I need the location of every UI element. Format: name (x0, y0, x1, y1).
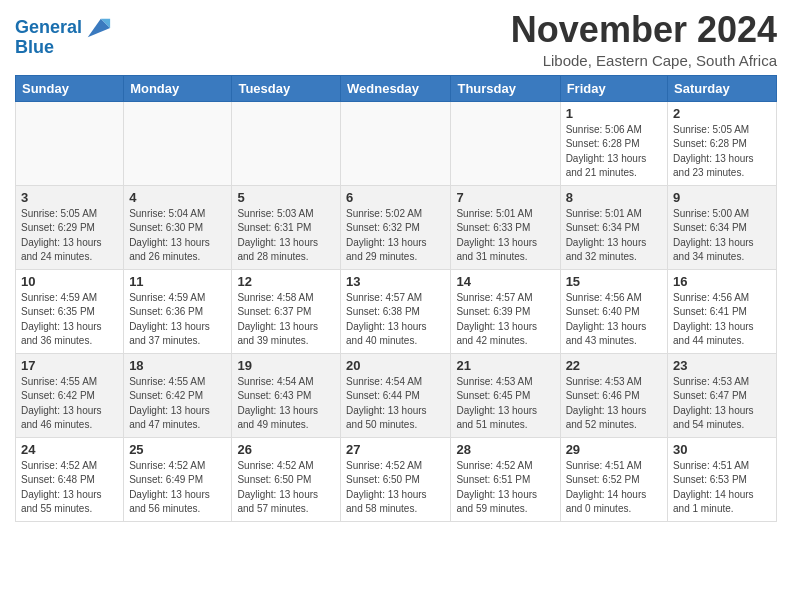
calendar-week-row: 24Sunrise: 4:52 AMSunset: 6:48 PMDayligh… (16, 437, 777, 521)
logo-text: General (15, 18, 82, 38)
calendar-cell: 12Sunrise: 4:58 AMSunset: 6:37 PMDayligh… (232, 269, 341, 353)
day-info: Sunrise: 5:06 AMSunset: 6:28 PMDaylight:… (566, 123, 662, 181)
header: General Blue November 2024 Libode, Easte… (15, 10, 777, 69)
calendar-cell: 24Sunrise: 4:52 AMSunset: 6:48 PMDayligh… (16, 437, 124, 521)
calendar-cell: 7Sunrise: 5:01 AMSunset: 6:33 PMDaylight… (451, 185, 560, 269)
col-thursday: Thursday (451, 75, 560, 101)
calendar-cell (451, 101, 560, 185)
day-info: Sunrise: 4:51 AMSunset: 6:53 PMDaylight:… (673, 459, 771, 517)
col-saturday: Saturday (668, 75, 777, 101)
day-info: Sunrise: 4:55 AMSunset: 6:42 PMDaylight:… (129, 375, 226, 433)
day-number: 19 (237, 358, 335, 373)
title-block: November 2024 Libode, Eastern Cape, Sout… (511, 10, 777, 69)
calendar-cell: 9Sunrise: 5:00 AMSunset: 6:34 PMDaylight… (668, 185, 777, 269)
day-number: 28 (456, 442, 554, 457)
col-friday: Friday (560, 75, 667, 101)
calendar-cell: 6Sunrise: 5:02 AMSunset: 6:32 PMDaylight… (341, 185, 451, 269)
day-number: 15 (566, 274, 662, 289)
day-number: 30 (673, 442, 771, 457)
calendar-cell: 22Sunrise: 4:53 AMSunset: 6:46 PMDayligh… (560, 353, 667, 437)
day-info: Sunrise: 4:52 AMSunset: 6:49 PMDaylight:… (129, 459, 226, 517)
day-info: Sunrise: 4:57 AMSunset: 6:39 PMDaylight:… (456, 291, 554, 349)
col-sunday: Sunday (16, 75, 124, 101)
page: General Blue November 2024 Libode, Easte… (0, 0, 792, 537)
calendar-cell: 25Sunrise: 4:52 AMSunset: 6:49 PMDayligh… (124, 437, 232, 521)
day-info: Sunrise: 4:59 AMSunset: 6:36 PMDaylight:… (129, 291, 226, 349)
calendar-cell: 27Sunrise: 4:52 AMSunset: 6:50 PMDayligh… (341, 437, 451, 521)
calendar-cell: 19Sunrise: 4:54 AMSunset: 6:43 PMDayligh… (232, 353, 341, 437)
day-info: Sunrise: 5:01 AMSunset: 6:34 PMDaylight:… (566, 207, 662, 265)
calendar-cell: 30Sunrise: 4:51 AMSunset: 6:53 PMDayligh… (668, 437, 777, 521)
day-number: 6 (346, 190, 445, 205)
calendar-cell: 3Sunrise: 5:05 AMSunset: 6:29 PMDaylight… (16, 185, 124, 269)
calendar-cell: 5Sunrise: 5:03 AMSunset: 6:31 PMDaylight… (232, 185, 341, 269)
day-info: Sunrise: 5:02 AMSunset: 6:32 PMDaylight:… (346, 207, 445, 265)
day-info: Sunrise: 4:56 AMSunset: 6:41 PMDaylight:… (673, 291, 771, 349)
calendar-week-row: 10Sunrise: 4:59 AMSunset: 6:35 PMDayligh… (16, 269, 777, 353)
calendar-cell: 26Sunrise: 4:52 AMSunset: 6:50 PMDayligh… (232, 437, 341, 521)
calendar-week-row: 1Sunrise: 5:06 AMSunset: 6:28 PMDaylight… (16, 101, 777, 185)
day-info: Sunrise: 5:05 AMSunset: 6:28 PMDaylight:… (673, 123, 771, 181)
logo: General Blue (15, 14, 112, 58)
col-tuesday: Tuesday (232, 75, 341, 101)
day-number: 21 (456, 358, 554, 373)
day-info: Sunrise: 4:59 AMSunset: 6:35 PMDaylight:… (21, 291, 118, 349)
calendar-cell: 17Sunrise: 4:55 AMSunset: 6:42 PMDayligh… (16, 353, 124, 437)
day-number: 8 (566, 190, 662, 205)
day-info: Sunrise: 4:54 AMSunset: 6:44 PMDaylight:… (346, 375, 445, 433)
day-number: 29 (566, 442, 662, 457)
day-info: Sunrise: 4:53 AMSunset: 6:45 PMDaylight:… (456, 375, 554, 433)
calendar-cell: 21Sunrise: 4:53 AMSunset: 6:45 PMDayligh… (451, 353, 560, 437)
day-info: Sunrise: 4:55 AMSunset: 6:42 PMDaylight:… (21, 375, 118, 433)
day-info: Sunrise: 4:52 AMSunset: 6:50 PMDaylight:… (237, 459, 335, 517)
day-number: 12 (237, 274, 335, 289)
day-info: Sunrise: 5:03 AMSunset: 6:31 PMDaylight:… (237, 207, 335, 265)
calendar-cell: 1Sunrise: 5:06 AMSunset: 6:28 PMDaylight… (560, 101, 667, 185)
day-number: 14 (456, 274, 554, 289)
calendar-cell: 4Sunrise: 5:04 AMSunset: 6:30 PMDaylight… (124, 185, 232, 269)
day-info: Sunrise: 4:53 AMSunset: 6:47 PMDaylight:… (673, 375, 771, 433)
calendar-cell: 10Sunrise: 4:59 AMSunset: 6:35 PMDayligh… (16, 269, 124, 353)
day-number: 3 (21, 190, 118, 205)
calendar-header-row: Sunday Monday Tuesday Wednesday Thursday… (16, 75, 777, 101)
calendar-cell: 8Sunrise: 5:01 AMSunset: 6:34 PMDaylight… (560, 185, 667, 269)
logo-icon (84, 14, 112, 42)
day-number: 11 (129, 274, 226, 289)
calendar-cell (341, 101, 451, 185)
calendar-cell: 11Sunrise: 4:59 AMSunset: 6:36 PMDayligh… (124, 269, 232, 353)
day-number: 1 (566, 106, 662, 121)
day-info: Sunrise: 5:01 AMSunset: 6:33 PMDaylight:… (456, 207, 554, 265)
day-info: Sunrise: 4:51 AMSunset: 6:52 PMDaylight:… (566, 459, 662, 517)
day-number: 18 (129, 358, 226, 373)
day-info: Sunrise: 4:52 AMSunset: 6:50 PMDaylight:… (346, 459, 445, 517)
day-info: Sunrise: 4:54 AMSunset: 6:43 PMDaylight:… (237, 375, 335, 433)
day-info: Sunrise: 5:04 AMSunset: 6:30 PMDaylight:… (129, 207, 226, 265)
day-number: 4 (129, 190, 226, 205)
day-number: 22 (566, 358, 662, 373)
day-info: Sunrise: 4:57 AMSunset: 6:38 PMDaylight:… (346, 291, 445, 349)
calendar-cell (16, 101, 124, 185)
day-number: 5 (237, 190, 335, 205)
day-number: 26 (237, 442, 335, 457)
main-title: November 2024 (511, 10, 777, 50)
calendar: Sunday Monday Tuesday Wednesday Thursday… (15, 75, 777, 522)
calendar-cell (232, 101, 341, 185)
calendar-week-row: 3Sunrise: 5:05 AMSunset: 6:29 PMDaylight… (16, 185, 777, 269)
calendar-cell: 28Sunrise: 4:52 AMSunset: 6:51 PMDayligh… (451, 437, 560, 521)
col-monday: Monday (124, 75, 232, 101)
day-number: 10 (21, 274, 118, 289)
day-info: Sunrise: 4:53 AMSunset: 6:46 PMDaylight:… (566, 375, 662, 433)
calendar-cell: 20Sunrise: 4:54 AMSunset: 6:44 PMDayligh… (341, 353, 451, 437)
calendar-cell: 23Sunrise: 4:53 AMSunset: 6:47 PMDayligh… (668, 353, 777, 437)
day-number: 23 (673, 358, 771, 373)
day-info: Sunrise: 4:56 AMSunset: 6:40 PMDaylight:… (566, 291, 662, 349)
calendar-cell: 16Sunrise: 4:56 AMSunset: 6:41 PMDayligh… (668, 269, 777, 353)
calendar-cell: 13Sunrise: 4:57 AMSunset: 6:38 PMDayligh… (341, 269, 451, 353)
col-wednesday: Wednesday (341, 75, 451, 101)
day-info: Sunrise: 4:58 AMSunset: 6:37 PMDaylight:… (237, 291, 335, 349)
day-number: 27 (346, 442, 445, 457)
day-number: 20 (346, 358, 445, 373)
day-number: 7 (456, 190, 554, 205)
calendar-cell (124, 101, 232, 185)
day-info: Sunrise: 5:00 AMSunset: 6:34 PMDaylight:… (673, 207, 771, 265)
